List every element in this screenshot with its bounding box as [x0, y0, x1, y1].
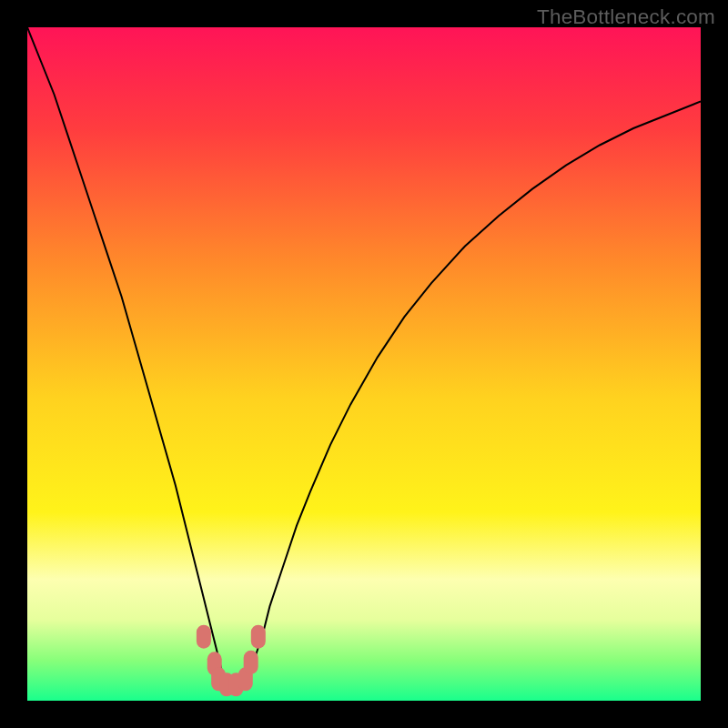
trough-marker	[197, 625, 211, 649]
watermark-text: TheBottleneck.com	[537, 5, 715, 29]
trough-marker	[251, 625, 266, 649]
trough-marker	[244, 651, 258, 674]
bottleneck-chart	[27, 27, 701, 701]
chart-stage: TheBottleneck.com	[0, 0, 728, 728]
plot-background	[27, 27, 701, 701]
